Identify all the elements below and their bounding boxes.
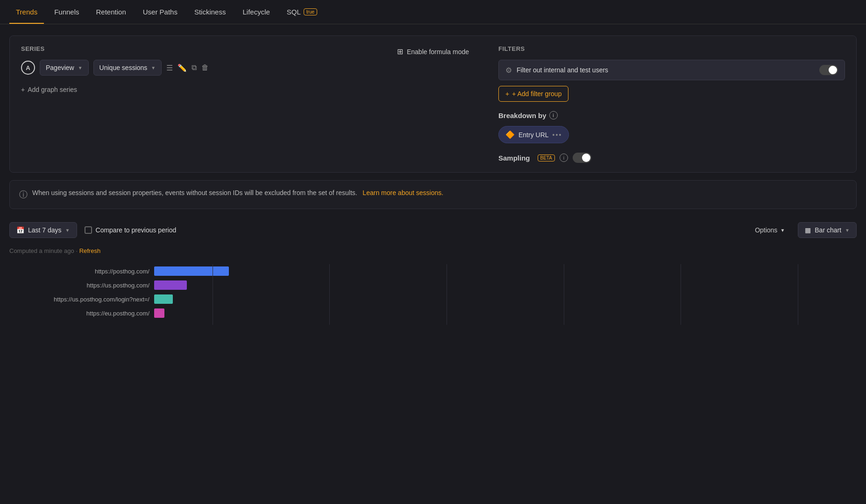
sampling-row: Sampling BETA i (498, 153, 845, 163)
toggle-thumb (829, 66, 837, 74)
sampling-beta-badge: BETA (538, 154, 555, 161)
chevron-down-icon: ▼ (78, 65, 83, 70)
compare-period-checkbox-row[interactable]: Compare to previous period (85, 226, 177, 234)
breakdown-entry-url-tag[interactable]: 🔶 Entry URL ••• (498, 126, 569, 143)
bar-row: https://us.posthog.com/ (9, 280, 857, 290)
chart-bar[interactable] (154, 308, 164, 318)
filter-icon[interactable]: ☰ (166, 63, 173, 72)
top-navigation: Trends Funnels Retention User Paths Stic… (0, 0, 866, 24)
series-icons: ☰ ✏️ ⧉ 🗑 (166, 63, 209, 72)
nav-item-sql[interactable]: SQL true (280, 0, 324, 24)
main-content: Series A Pageview ▼ Unique sessions ▼ ☰ … (0, 24, 866, 338)
bar-label: https://eu.posthog.com/ (9, 310, 149, 317)
nav-item-user-paths[interactable]: User Paths (136, 0, 184, 24)
breakdown-by-label: Breakdown by i (498, 111, 845, 119)
filter-toggle[interactable] (819, 65, 838, 75)
add-series-button[interactable]: + Add graph series (21, 83, 368, 96)
event-dropdown[interactable]: Pageview ▼ (40, 60, 89, 76)
breakdown-emoji-icon: 🔶 (505, 130, 515, 139)
chevron-down-icon: ▼ (845, 228, 850, 233)
chart-area: https://posthog.com/https://us.posthog.c… (9, 262, 857, 327)
plus-icon: + (505, 90, 509, 98)
info-circle-icon: ⓘ (19, 189, 28, 201)
copy-icon[interactable]: ⧉ (192, 63, 197, 72)
bar-row: https://us.posthog.com/login?next=/ (9, 294, 857, 304)
chevron-down-icon: ▼ (65, 228, 70, 233)
series-row: A Pageview ▼ Unique sessions ▼ ☰ ✏️ ⧉ 🗑 (21, 60, 368, 76)
series-section: Series A Pageview ▼ Unique sessions ▼ ☰ … (21, 45, 368, 163)
options-button[interactable]: Options ▼ (749, 223, 790, 238)
config-panel: Series A Pageview ▼ Unique sessions ▼ ☰ … (9, 35, 857, 173)
bar-label: https://posthog.com/ (9, 268, 149, 275)
bar-container (154, 266, 857, 276)
calendar-icon: 📅 (16, 226, 24, 234)
bar-container (154, 280, 857, 290)
nav-item-retention[interactable]: Retention (90, 0, 133, 24)
plus-icon: + (21, 86, 25, 93)
bar-chart-icon: ▦ (805, 226, 811, 234)
sampling-toggle[interactable] (573, 153, 591, 163)
chart-bar[interactable] (154, 280, 187, 290)
nav-item-lifecycle[interactable]: Lifecycle (236, 0, 276, 24)
chevron-down-icon: ▼ (151, 65, 156, 70)
chart-type-button[interactable]: ▦ Bar chart ▼ (798, 222, 857, 238)
bar-container (154, 308, 857, 318)
refresh-button[interactable]: Refresh (79, 247, 101, 254)
chart-bar[interactable] (154, 294, 173, 304)
learn-more-link[interactable]: Learn more about sessions. (362, 189, 443, 196)
gear-icon: ⚙ (505, 66, 512, 75)
toggle-thumb (582, 154, 590, 162)
delete-icon[interactable]: 🗑 (201, 63, 209, 72)
sampling-info-icon[interactable]: i (560, 154, 568, 162)
chart-bar[interactable] (154, 266, 229, 276)
date-range-button[interactable]: 📅 Last 7 days ▼ (9, 222, 77, 238)
computed-row: Computed a minute ago · Refresh (9, 247, 857, 254)
chart-controls-bar: 📅 Last 7 days ▼ Compare to previous peri… (9, 217, 857, 244)
filters-label: Filters (498, 45, 845, 52)
add-filter-group-button[interactable]: + + Add filter group (498, 86, 568, 102)
formula-icon: ⊞ (397, 47, 403, 56)
filter-internal-users-row: ⚙ Filter out internal and test users (498, 60, 845, 80)
bar-label: https://us.posthog.com/ (9, 282, 149, 289)
bar-row: https://posthog.com/ (9, 266, 857, 276)
nav-item-funnels[interactable]: Funnels (48, 0, 85, 24)
formula-mode-button[interactable]: ⊞ Enable formula mode (397, 47, 469, 56)
filters-section: Filters ⚙ Filter out internal and test u… (498, 45, 845, 163)
more-options-icon[interactable]: ••• (553, 131, 562, 139)
info-banner: ⓘ When using sessions and session proper… (9, 180, 857, 209)
nav-item-stickiness[interactable]: Stickiness (188, 0, 233, 24)
metric-dropdown[interactable]: Unique sessions ▼ (93, 60, 162, 76)
nav-item-trends[interactable]: Trends (9, 0, 44, 24)
edit-icon[interactable]: ✏️ (177, 63, 187, 72)
bar-row: https://eu.posthog.com/ (9, 308, 857, 318)
bar-container (154, 294, 857, 304)
compare-period-checkbox[interactable] (85, 226, 92, 234)
sql-beta-badge: true (304, 8, 317, 15)
series-label: Series (21, 45, 368, 52)
chevron-down-icon: ▼ (780, 228, 785, 233)
series-letter: A (21, 61, 35, 75)
breakdown-info-icon[interactable]: i (549, 111, 558, 119)
bar-label: https://us.posthog.com/login?next=/ (9, 296, 149, 303)
